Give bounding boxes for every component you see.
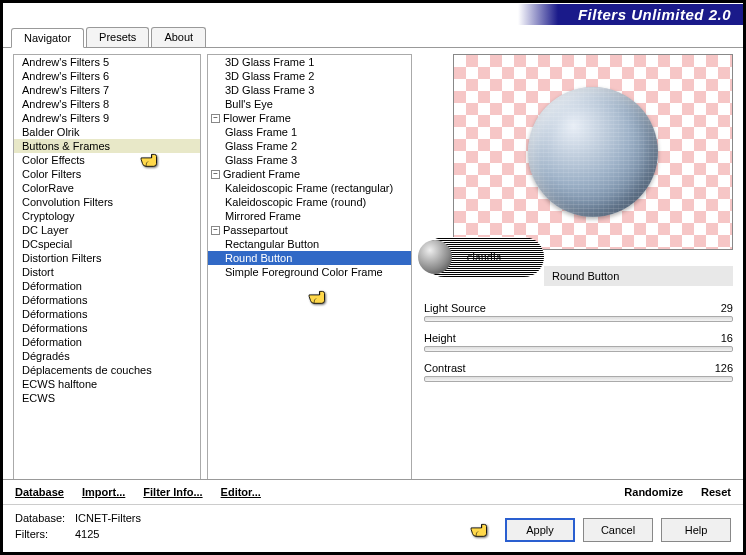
category-column: Andrew's Filters 5Andrew's Filters 6Andr… [13, 54, 201, 479]
category-item[interactable]: ColorRave [14, 181, 200, 195]
filter-label: Simple Foreground Color Frame [225, 266, 383, 278]
filter-item[interactable]: Kaleidoscopic Frame (rectangular) [208, 181, 411, 195]
filter-group[interactable]: −Passepartout [208, 223, 411, 237]
tab-about[interactable]: About [151, 27, 206, 47]
parameter-row: Height16 [424, 332, 733, 352]
filter-label: Mirrored Frame [225, 210, 301, 222]
category-item[interactable]: Color Effects [14, 153, 200, 167]
filter-label: Kaleidoscopic Frame (rectangular) [225, 182, 393, 194]
footer: Database:ICNET-Filters Filters:4125 Appl… [3, 504, 743, 552]
filter-item[interactable]: Bull's Eye [208, 97, 411, 111]
category-item[interactable]: Andrew's Filters 9 [14, 111, 200, 125]
pointing-hand-icon [469, 519, 497, 541]
parameter-row: Light Source29 [424, 302, 733, 322]
apply-button[interactable]: Apply [505, 518, 575, 542]
category-item[interactable]: Distortion Filters [14, 251, 200, 265]
toolbar-editor[interactable]: Editor... [221, 486, 261, 498]
toolbar: Database Import... Filter Info... Editor… [3, 479, 743, 504]
category-item[interactable]: Déplacements de couches [14, 363, 200, 377]
toolbar-filter-info[interactable]: Filter Info... [143, 486, 202, 498]
filter-column: 3D Glass Frame 13D Glass Frame 23D Glass… [207, 54, 412, 479]
filter-list[interactable]: 3D Glass Frame 13D Glass Frame 23D Glass… [207, 54, 412, 479]
footer-buttons: Apply Cancel Help [469, 518, 731, 542]
category-item[interactable]: Dégradés [14, 349, 200, 363]
toolbar-reset[interactable]: Reset [701, 486, 731, 498]
category-list[interactable]: Andrew's Filters 5Andrew's Filters 6Andr… [13, 54, 201, 479]
collapse-icon[interactable]: − [211, 226, 220, 235]
filter-item[interactable]: Rectangular Button [208, 237, 411, 251]
collapse-icon[interactable]: − [211, 170, 220, 179]
category-item[interactable]: Distort [14, 265, 200, 279]
parameter-name: Height [424, 332, 456, 344]
category-item[interactable]: Convolution Filters [14, 195, 200, 209]
collapse-icon[interactable]: − [211, 114, 220, 123]
parameter-name: Contrast [424, 362, 466, 374]
parameter-value: 29 [721, 302, 733, 314]
parameter-slider[interactable] [424, 346, 733, 352]
filter-item[interactable]: 3D Glass Frame 2 [208, 69, 411, 83]
parameter-row: Contrast126 [424, 362, 733, 382]
category-item[interactable]: Andrew's Filters 8 [14, 97, 200, 111]
help-button[interactable]: Help [661, 518, 731, 542]
category-item[interactable]: ECWS halftone [14, 377, 200, 391]
category-item[interactable]: Déformations [14, 293, 200, 307]
filter-item[interactable]: Glass Frame 1 [208, 125, 411, 139]
parameter-value: 16 [721, 332, 733, 344]
filter-item[interactable]: Glass Frame 3 [208, 153, 411, 167]
category-item[interactable]: Color Filters [14, 167, 200, 181]
filter-label: Rectangular Button [225, 238, 319, 250]
tab-presets[interactable]: Presets [86, 27, 149, 47]
filter-label: 3D Glass Frame 1 [225, 56, 314, 68]
parameter-name: Light Source [424, 302, 486, 314]
toolbar-randomize[interactable]: Randomize [624, 486, 683, 498]
filter-label: Glass Frame 3 [225, 154, 297, 166]
category-item[interactable]: Andrew's Filters 6 [14, 69, 200, 83]
preview-round-button [528, 87, 658, 217]
filter-preview: claudia [453, 54, 733, 250]
toolbar-database[interactable]: Database [15, 486, 64, 498]
filter-item[interactable]: Round Button [208, 251, 411, 265]
filter-item[interactable]: Mirrored Frame [208, 209, 411, 223]
category-item[interactable]: DC Layer [14, 223, 200, 237]
category-item[interactable]: DCspecial [14, 237, 200, 251]
toolbar-import[interactable]: Import... [82, 486, 125, 498]
tab-bar: Navigator Presets About [3, 27, 743, 48]
app-title: Filters Unlimited 2.0 [518, 4, 743, 25]
category-item[interactable]: Balder Olrik [14, 125, 200, 139]
category-item[interactable]: Déformation [14, 279, 200, 293]
tab-navigator[interactable]: Navigator [11, 28, 84, 48]
filter-label: Round Button [225, 252, 292, 264]
watermark: claudia [424, 237, 544, 277]
filter-group[interactable]: −Flower Frame [208, 111, 411, 125]
parameter-slider[interactable] [424, 376, 733, 382]
filter-label: Kaleidoscopic Frame (round) [225, 196, 366, 208]
filter-item[interactable]: Simple Foreground Color Frame [208, 265, 411, 279]
category-item[interactable]: Déformation [14, 335, 200, 349]
category-item[interactable]: Cryptology [14, 209, 200, 223]
filter-label: Passepartout [223, 224, 288, 236]
cancel-button[interactable]: Cancel [583, 518, 653, 542]
filter-item[interactable]: 3D Glass Frame 1 [208, 55, 411, 69]
filter-label: Glass Frame 1 [225, 126, 297, 138]
selected-filter-name: Round Button [544, 266, 733, 286]
parameter-value: 126 [715, 362, 733, 374]
footer-info: Database:ICNET-Filters Filters:4125 [15, 511, 141, 542]
preview-column: claudia Round Button Light Source29Heigh… [418, 54, 733, 479]
titlebar: Filters Unlimited 2.0 [3, 3, 743, 25]
filter-item[interactable]: Glass Frame 2 [208, 139, 411, 153]
category-item[interactable]: Andrew's Filters 5 [14, 55, 200, 69]
category-item[interactable]: Déformations [14, 307, 200, 321]
category-item[interactable]: Buttons & Frames [14, 139, 200, 153]
filter-label: Glass Frame 2 [225, 140, 297, 152]
filter-label: Flower Frame [223, 112, 291, 124]
parameter-slider[interactable] [424, 316, 733, 322]
category-item[interactable]: Déformations [14, 321, 200, 335]
filter-label: Gradient Frame [223, 168, 300, 180]
filter-label: Bull's Eye [225, 98, 273, 110]
category-item[interactable]: Andrew's Filters 7 [14, 83, 200, 97]
category-item[interactable]: ECWS [14, 391, 200, 405]
main-area: Andrew's Filters 5Andrew's Filters 6Andr… [3, 48, 743, 479]
filter-item[interactable]: Kaleidoscopic Frame (round) [208, 195, 411, 209]
filter-group[interactable]: −Gradient Frame [208, 167, 411, 181]
filter-item[interactable]: 3D Glass Frame 3 [208, 83, 411, 97]
